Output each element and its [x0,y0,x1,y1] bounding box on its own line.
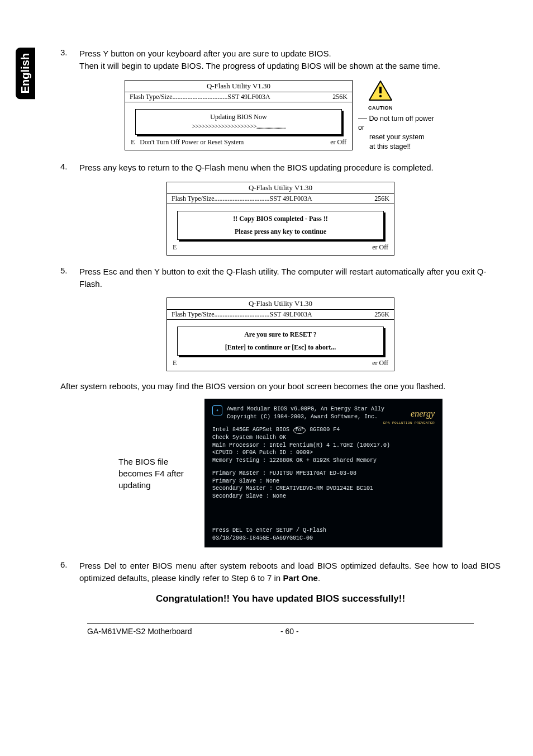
modal-line2: Please press any key to continue [181,228,380,236]
boot-l9: Primary Slave : None [212,478,435,485]
qflash-modal: !! Copy BIOS completed - Pass !! Please … [177,211,384,240]
caution-l2: reset your system [358,133,436,142]
part-one: Part One [283,573,318,583]
boot-l13: 03/18/2003-I845GE-6A69YG01C-00 [212,535,435,542]
modal-line2: [Enter] to continure or [Esc] to abort..… [181,343,380,352]
row-left: E [173,359,177,367]
congratulation-text: Congratulation!! You have updated BIOS s… [60,593,501,604]
qflash-panel-updating: Q-Flash Utility V1.30 Flash Type/Size...… [125,80,353,150]
flash-type: Flash Type/Size.........................… [172,310,312,319]
footer-left: GA-M61VME-S2 Motherboard [87,627,280,636]
qflash-title: Q-Flash Utility V1.30 [125,81,352,92]
modal-line1: Updating BIOS Now [139,113,338,121]
boot-l6: <CPUID : 0F0A Patch ID : 0009> [212,449,435,457]
svg-point-2 [379,94,382,97]
boot-l2: Copyright (C) 1984-2003, Award Software,… [227,413,384,421]
bios-file-note: The BIOS file becomes F4 after updating [118,456,197,491]
step-3-line2: Then it will begin to update BIOS. The p… [79,61,440,70]
boot-l4: Check System Health OK [212,434,435,442]
step-number: 3. [60,48,79,72]
boot-row: The BIOS file becomes F4 after updating … [60,399,501,547]
caution-callout: CAUTION Do not turn off power or reset y… [358,80,436,152]
step-number: 5. [60,266,79,290]
step-4: 4. Press any keys to return to the Q-Fla… [60,162,501,174]
award-logo-icon: ✦ [212,405,222,415]
flash-size: 256K [332,93,348,101]
page-footer: GA-M61VME-S2 Motherboard - 60 - [87,623,474,636]
qflash-modal: Updating BIOS Now >>>>>>>>>>>>>>>>>>>>..… [135,109,342,135]
row-right: er Off [372,359,388,367]
step-body: Press any keys to return to the Q-Flash … [79,162,434,174]
row-left: E [173,243,177,252]
modal-progress: >>>>>>>>>>>>>>>>>>>>....................… [139,122,338,131]
step-body: Press Y button on your keyboard after yo… [79,48,440,72]
step-body: Press Del to enter BIOS menu after syste… [79,560,501,584]
step-3-line1: Press Y button on your keyboard after yo… [79,49,331,58]
qflash-title: Q-Flash Utility V1.30 [167,182,394,194]
qflash-panel-reset: Q-Flash Utility V1.30 Flash Type/Size...… [166,297,394,371]
language-tab: English [16,48,35,99]
footer-page: - 60 - [280,627,474,636]
boot-l11: Secondary Slave : None [212,493,435,500]
step-number: 6. [60,560,79,584]
flash-type: Flash Type/Size.........................… [130,93,270,101]
step-number: 4. [60,162,79,174]
modal-line1: Are you sure to RESET ? [181,330,380,339]
svg-rect-1 [379,87,382,93]
boot-l5: Main Processor : Intel Pentium(R) 4 1.7G… [212,442,435,450]
qflash-panel-completed: Q-Flash Utility V1.30 Flash Type/Size...… [166,182,394,256]
step-6: 6. Press Del to enter BIOS menu after sy… [60,560,501,584]
page-content: 3. Press Y button on your keyboard after… [60,48,501,604]
qflash-title: Q-Flash Utility V1.30 [167,298,394,310]
qflash-modal: Are you sure to RESET ? [Enter] to conti… [177,327,384,356]
boot-l10: Secondary Master : CREATIVEDVD-RM DVD124… [212,485,435,493]
boot-l12: Press DEL to enter SETUP / Q-Flash [212,527,435,535]
boot-l1: Award Modular BIOS v6.00PG, An Energy St… [227,405,384,413]
step-3: 3. Press Y button on your keyboard after… [60,48,501,72]
boot-l3: Intel 845GE AGPSet BIOS for 8GE800 F4 [212,426,435,434]
caution-l1: Do not turn off power or [358,114,436,133]
caution-l3: at this stage!! [358,142,436,152]
caution-label: CAUTION [364,105,397,111]
step-5: 5. Press Esc and then Y button to exit t… [60,266,501,290]
modal-line1: !! Copy BIOS completed - Pass !! [181,215,380,223]
flash-type: Flash Type/Size.........................… [172,195,312,203]
boot-l7: Memory Testing : 122880K OK + 8192K Shar… [212,457,435,465]
boot-l8: Primary Master : FUJITSU MPE3170AT ED-03… [212,470,435,478]
after-reboot-text: After system reboots, you may find the B… [60,381,501,391]
energy-sub: EPA POLLUTION PREVENTER [383,421,435,426]
energy-logo: energy [411,408,435,420]
row-left: E Don't Turn Off Power or Reset System [131,138,244,147]
flash-size: 256K [374,310,389,319]
caution-icon [368,80,393,104]
circled-for: for [293,427,306,434]
flash-size: 256K [374,195,389,203]
row-right: er Off [330,138,346,147]
row-right: er Off [372,243,388,252]
boot-screen: energy EPA POLLUTION PREVENTER ✦ Award M… [204,399,442,547]
step-body: Press Esc and then Y button to exit the … [79,266,501,290]
